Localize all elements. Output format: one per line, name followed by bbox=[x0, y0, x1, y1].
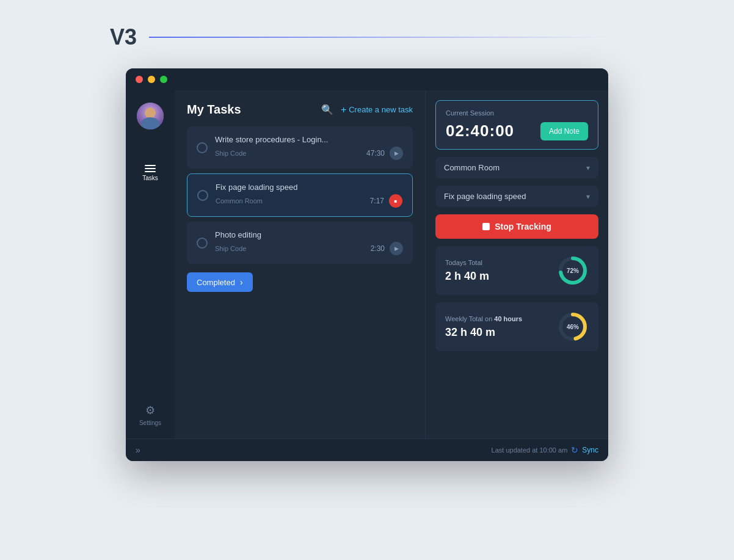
completed-label: Completed bbox=[197, 278, 235, 287]
avatar[interactable] bbox=[137, 103, 164, 129]
task-project-2: Common Room bbox=[216, 197, 263, 205]
task-radio-3[interactable] bbox=[197, 238, 208, 249]
table-row[interactable]: Write store procedures - Login... Ship C… bbox=[187, 126, 413, 169]
todays-total-chart: 72% bbox=[557, 255, 589, 286]
table-row[interactable]: Photo editing Ship Code 2:30 ▶ bbox=[187, 222, 413, 264]
project-dropdown[interactable]: Common Room ▾ bbox=[435, 157, 598, 178]
create-task-button[interactable]: + Create a new task bbox=[341, 104, 413, 115]
play-button-3[interactable]: ▶ bbox=[390, 242, 403, 255]
last-updated-text: Last updated at 10:00 am bbox=[492, 446, 568, 454]
task-name-2: Fix page loading speed bbox=[216, 183, 402, 192]
chevron-down-icon-2: ▾ bbox=[586, 192, 590, 201]
todays-total-label: Todays Total bbox=[445, 259, 489, 266]
task-name-3: Photo editing bbox=[215, 230, 403, 239]
task-info-2: Fix page loading speed Common Room 7:17 … bbox=[216, 183, 402, 208]
plus-icon: + bbox=[341, 104, 346, 115]
sidebar-item-settings[interactable]: ⚙ Settings bbox=[139, 404, 161, 426]
search-button[interactable]: 🔍 bbox=[321, 104, 333, 115]
weekly-total-chart: 46% bbox=[557, 311, 589, 343]
app-window: Tasks ⚙ Settings My Tasks 🔍 + Create a n… bbox=[126, 68, 608, 461]
version-divider bbox=[149, 37, 607, 38]
table-row[interactable]: Fix page loading speed Common Room 7:17 … bbox=[187, 173, 413, 217]
project-dropdown-value: Common Room bbox=[444, 163, 500, 172]
sidebar-settings-label: Settings bbox=[139, 420, 161, 426]
session-time: 02:40:00 bbox=[446, 122, 514, 140]
task-info-3: Photo editing Ship Code 2:30 ▶ bbox=[215, 230, 403, 255]
weekly-hours-label: 40 hours bbox=[494, 315, 522, 322]
chevron-down-icon: ▾ bbox=[586, 164, 590, 172]
close-dot[interactable] bbox=[136, 76, 143, 83]
titlebar bbox=[126, 68, 608, 90]
session-card: Current Session 02:40:00 Add Note bbox=[435, 100, 598, 150]
completed-button[interactable]: Completed › bbox=[187, 272, 253, 292]
stop-tracking-label: Stop Tracking bbox=[495, 222, 551, 231]
todays-total-card: Todays Total 2 h 40 m 72% bbox=[435, 246, 598, 295]
sidebar-tasks-label: Tasks bbox=[142, 175, 158, 181]
tasks-list: Write store procedures - Login... Ship C… bbox=[187, 126, 413, 264]
minimize-dot[interactable] bbox=[148, 76, 155, 83]
task-project-3: Ship Code bbox=[215, 245, 246, 252]
weekly-total-label: Weekly Total on 40 hours bbox=[445, 315, 522, 322]
version-text: V3 bbox=[110, 24, 137, 50]
todays-percent-label: 72% bbox=[567, 267, 579, 274]
todays-total-value: 2 h 40 m bbox=[445, 270, 489, 283]
weekly-percent-label: 46% bbox=[567, 324, 579, 330]
right-panel: Current Session 02:40:00 Add Note Common… bbox=[425, 90, 608, 438]
play-button-1[interactable]: ▶ bbox=[390, 147, 403, 160]
sidebar: Tasks ⚙ Settings bbox=[126, 90, 175, 438]
tasks-header: My Tasks 🔍 + Create a new task bbox=[187, 103, 413, 117]
task-radio-1[interactable] bbox=[197, 142, 208, 153]
gear-icon: ⚙ bbox=[145, 404, 155, 417]
task-dropdown[interactable]: Fix page loading speed ▾ bbox=[435, 186, 598, 207]
arrows-button[interactable]: » bbox=[136, 445, 140, 455]
session-label: Current Session bbox=[446, 109, 588, 117]
task-name-1: Write store procedures - Login... bbox=[215, 135, 403, 144]
main-content: My Tasks 🔍 + Create a new task Write sto… bbox=[175, 90, 425, 438]
stop-tracking-button[interactable]: Stop Tracking bbox=[435, 214, 598, 239]
weekly-total-card: Weekly Total on 40 hours 32 h 40 m 46% bbox=[435, 302, 598, 351]
sync-button[interactable]: Sync bbox=[582, 446, 598, 454]
footer-sync-section: Last updated at 10:00 am ↻ Sync bbox=[492, 445, 598, 455]
stop-square-icon bbox=[482, 223, 490, 230]
add-note-button[interactable]: Add Note bbox=[540, 122, 588, 140]
task-time-1: 47:30 bbox=[366, 149, 385, 158]
chevron-right-icon: › bbox=[240, 277, 243, 287]
footer-bar: » Last updated at 10:00 am ↻ Sync bbox=[126, 438, 608, 461]
task-radio-2[interactable] bbox=[197, 190, 208, 201]
create-task-label: Create a new task bbox=[349, 105, 413, 114]
task-dropdown-value: Fix page loading speed bbox=[444, 192, 526, 201]
tasks-title: My Tasks bbox=[187, 103, 241, 117]
maximize-dot[interactable] bbox=[160, 76, 167, 83]
sidebar-item-tasks[interactable]: Tasks bbox=[126, 160, 175, 186]
task-info-1: Write store procedures - Login... Ship C… bbox=[215, 135, 403, 160]
hamburger-icon bbox=[145, 165, 156, 172]
sync-icon: ↻ bbox=[571, 445, 578, 455]
task-time-3: 2:30 bbox=[371, 244, 385, 253]
task-project-1: Ship Code bbox=[215, 150, 246, 157]
weekly-total-value: 32 h 40 m bbox=[445, 326, 522, 339]
task-time-2: 7:17 bbox=[370, 197, 384, 205]
stop-button-2[interactable]: ■ bbox=[389, 194, 402, 208]
